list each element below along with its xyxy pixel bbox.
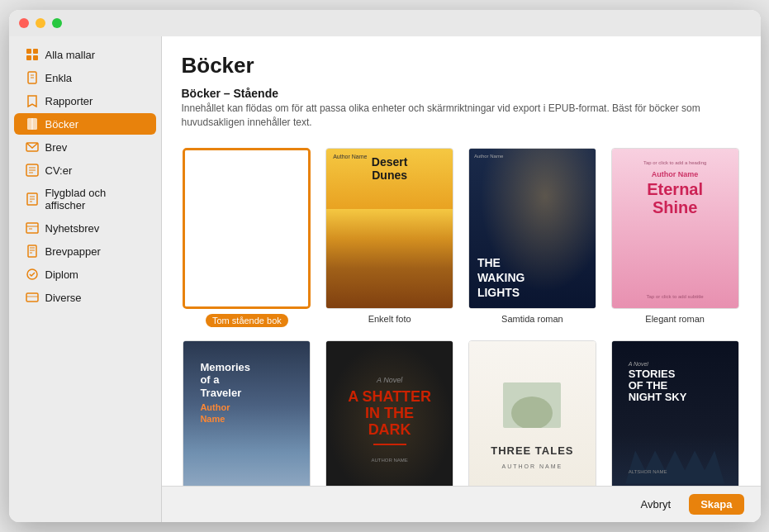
sidebar-item-diverse[interactable]: Diverse [14, 287, 156, 308]
desert-title-text: DesertDunes [372, 155, 408, 183]
template-thumb-modern[interactable]: A Novel STORIESOF THENIGHT SKY ALTSHOR N… [611, 340, 739, 486]
sidebar-label-diplom: Diplom [45, 268, 78, 281]
personlig-author: AuthorName [200, 402, 301, 424]
svg-rect-3 [33, 55, 38, 60]
modern-title-text: STORIESOF THENIGHT SKY [629, 368, 722, 404]
avantgarde-visual: A Novel A SHATTERIN THEDARK AUTHOR NAME [326, 341, 453, 486]
sidebar-label-nyhetsbrev: Nyhetsbrev [45, 222, 100, 235]
sidebar-item-brevpapper[interactable]: Brevpapper [14, 240, 156, 262]
sidebar-label-diverse: Diverse [45, 292, 82, 304]
template-modern-roman[interactable]: A Novel STORIESOF THENIGHT SKY ALTSHOR N… [610, 340, 741, 486]
fullscreen-button[interactable] [52, 18, 62, 28]
sidebar-label-rapporter: Rapporter [45, 95, 93, 107]
sidebar-item-diplom[interactable]: Diplom [14, 264, 156, 285]
sidebar-label-brev: Brev [45, 141, 68, 154]
personlig-visual: Memoriesof aTraveler AuthorName [183, 341, 310, 486]
sidebar-label-alla-mallar: Alla mallar [45, 49, 96, 61]
grid-icon [26, 48, 39, 61]
svg-rect-18 [26, 223, 38, 233]
waking-visual: Author Name THEWAKINGLIGHTS [469, 149, 596, 308]
enkel-author-text: AUTHOR NAME [502, 463, 563, 469]
template-personlig-roman[interactable]: Memoriesof aTraveler AuthorName Personli… [182, 340, 313, 486]
sidebar-item-enkla[interactable]: Enkla [14, 67, 156, 88]
book-icon [26, 117, 39, 131]
sidebar-label-cver: CV:er [45, 164, 73, 177]
bookmark-icon [26, 94, 39, 107]
template-thumb-samtida[interactable]: Author Name THEWAKINGLIGHTS [468, 148, 596, 309]
template-avantgarde[interactable]: A Novel A SHATTERIN THEDARK AUTHOR NAME … [324, 340, 455, 486]
avantgarde-author: AUTHOR NAME [371, 458, 407, 463]
svg-rect-2 [26, 55, 31, 60]
svg-rect-21 [28, 245, 36, 257]
enkel-title-text: THREE TALES [491, 444, 573, 457]
list-icon [26, 164, 39, 177]
diploma-icon [26, 268, 39, 281]
elegant-author-name: Author Name [652, 170, 699, 178]
envelope-icon [26, 140, 39, 154]
template-label-tom: Tom stående bok [206, 314, 288, 327]
svg-rect-1 [33, 49, 38, 54]
sidebar-item-brev[interactable]: Brev [14, 136, 156, 158]
avantgarde-title: A SHATTERIN THEDARK [348, 388, 431, 438]
doc-icon [26, 71, 39, 84]
sidebar-item-alla-mallar[interactable]: Alla mallar [14, 44, 156, 65]
bottom-bar: Avbryt Skapa [162, 486, 761, 522]
misc-icon [26, 291, 39, 304]
sidebar: Alla mallar Enkla Rappor [9, 36, 162, 522]
elegant-top-text: Tap or click to add a heading [643, 160, 706, 165]
template-thumb-enkelt-foto[interactable]: Author Name DesertDunes [325, 148, 453, 309]
avantgarde-novel-label: A Novel [348, 376, 431, 384]
template-label-elegant: Elegant roman [645, 314, 705, 324]
sidebar-item-nyhetsbrev[interactable]: Nyhetsbrev [14, 217, 156, 239]
elegant-visual: Tap or click to add a heading Author Nam… [612, 149, 738, 308]
title-bar [9, 10, 761, 36]
svg-rect-0 [26, 49, 31, 54]
template-thumb-avantgarde[interactable]: A Novel A SHATTERIN THEDARK AUTHOR NAME [325, 340, 453, 486]
cancel-button[interactable]: Avbryt [631, 494, 681, 515]
personlig-title: Memoriesof aTraveler [200, 361, 301, 400]
close-button[interactable] [19, 18, 29, 28]
waking-title-text: THEWAKINGLIGHTS [477, 256, 525, 299]
svg-rect-26 [26, 293, 38, 302]
section-title: Böcker – Stående [182, 87, 741, 100]
template-elegant-roman[interactable]: Tap or click to add a heading Author Nam… [610, 148, 741, 327]
modern-novel-label: A Novel [629, 361, 722, 367]
elegant-subtitle: Tap or click to add subtitle [647, 294, 704, 299]
elegant-title-text: EternalShine [647, 180, 703, 216]
newspaper-icon [26, 192, 39, 206]
template-label-enkelt-foto: Enkelt foto [368, 314, 411, 324]
newsletter-icon [26, 221, 39, 235]
desert-author-text: Author Name [333, 154, 367, 159]
templates-grid: Tom stående bok Author Name DesertDunes … [182, 148, 741, 486]
template-thumb-enkel[interactable]: THREE TALES AUTHOR NAME [468, 340, 596, 486]
main-header: Böcker Böcker – Stående Innehållet kan f… [162, 36, 761, 148]
sidebar-label-flygblad: Flygblad och affischer [45, 187, 145, 211]
modern-author-text: ALTSHOR NAME [629, 469, 722, 474]
template-thumb-tom[interactable] [183, 148, 311, 309]
sidebar-label-enkla: Enkla [45, 72, 73, 84]
content-area: Alla mallar Enkla Rappor [9, 36, 761, 522]
sidebar-label-bocker: Böcker [45, 118, 78, 131]
section-description: Innehållet kan flödas om för att passa o… [182, 102, 741, 130]
template-thumb-elegant[interactable]: Tap or click to add a heading Author Nam… [611, 148, 739, 309]
minimize-button[interactable] [36, 18, 45, 28]
page-title: Böcker [182, 53, 741, 78]
template-tom[interactable]: Tom stående bok [182, 148, 313, 327]
sidebar-item-cver[interactable]: CV:er [14, 159, 156, 181]
paper-icon [26, 245, 39, 258]
empty-template-visual [185, 150, 308, 306]
sidebar-item-flygblad[interactable]: Flygblad och affischer [14, 183, 156, 216]
template-enkel-roman[interactable]: THREE TALES AUTHOR NAME Enkel roman [467, 340, 598, 486]
template-samtida-roman[interactable]: Author Name THEWAKINGLIGHTS Samtida roma… [467, 148, 598, 327]
sidebar-item-rapporter[interactable]: Rapporter [14, 90, 156, 112]
template-label-samtida: Samtida roman [501, 314, 563, 324]
desert-visual: Author Name DesertDunes [326, 149, 453, 308]
template-thumb-personlig[interactable]: Memoriesof aTraveler AuthorName [183, 340, 311, 486]
modern-visual: A Novel STORIESOF THENIGHT SKY ALTSHOR N… [612, 341, 738, 486]
template-enkelt-foto[interactable]: Author Name DesertDunes Enkelt foto [324, 148, 455, 327]
sidebar-label-brevpapper: Brevpapper [45, 245, 101, 258]
templates-scroll[interactable]: Tom stående bok Author Name DesertDunes … [162, 148, 761, 486]
app-window: Alla mallar Enkla Rappor [9, 10, 761, 522]
sidebar-item-bocker[interactable]: Böcker [14, 113, 156, 135]
create-button[interactable]: Skapa [689, 494, 743, 515]
